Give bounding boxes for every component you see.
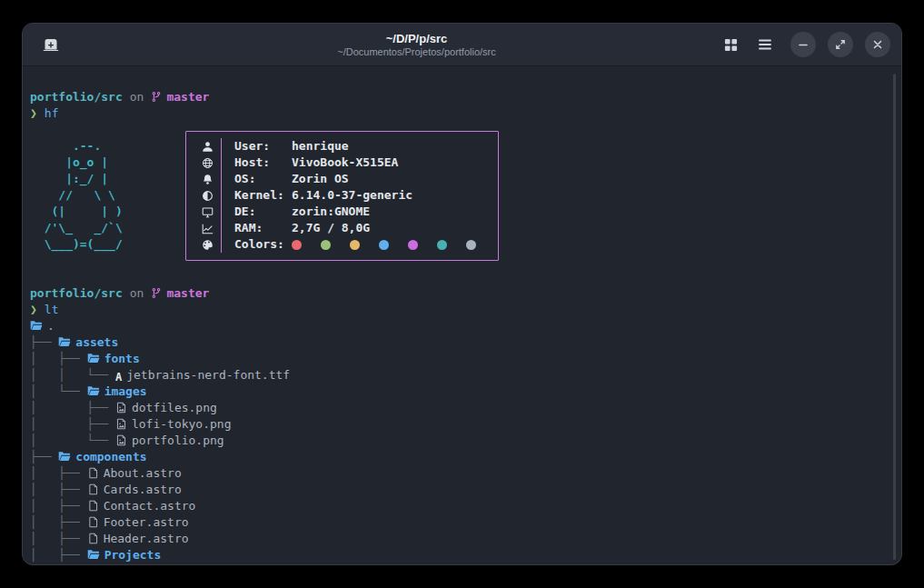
tab-overview-button[interactable]	[717, 31, 744, 58]
tree-connector: │ ├──	[30, 548, 87, 562]
tree-item-name: Projects	[104, 548, 162, 562]
fetch-label: DE:	[234, 204, 292, 220]
command-line-1: ❯hf	[30, 105, 894, 122]
new-tab-icon	[43, 37, 59, 53]
color-dot	[292, 240, 302, 250]
color-dot	[350, 240, 360, 250]
titlebar-controls	[717, 31, 890, 58]
window-title: ~/D/P/p/src	[132, 32, 701, 45]
tree-connector: │ ├──	[30, 352, 87, 365]
tree-item-name: Header.astro	[104, 532, 189, 545]
tree-item-name: components	[75, 450, 146, 463]
tree-row: ├── assets	[30, 334, 894, 351]
tree-row: │ └── images	[30, 384, 894, 400]
close-button[interactable]	[865, 32, 890, 57]
tree-connector: ├──	[30, 335, 58, 349]
kernel-icon	[194, 190, 221, 202]
tree-connector: ├──	[30, 450, 58, 463]
monitor-icon	[194, 206, 221, 218]
tree-item-name: Cards.astro	[104, 483, 182, 496]
tree-row: │ ├── Contact.astro	[30, 498, 894, 514]
tree-root-name: .	[47, 319, 55, 333]
prompt-path: portfolio/src	[30, 286, 123, 300]
user-icon	[194, 141, 221, 153]
menu-button[interactable]	[751, 31, 779, 58]
fetch-colors-row: Colors:	[194, 236, 498, 253]
tree-item-name: dotfiles.png	[132, 401, 217, 414]
tree-row: │ ├── Projects	[30, 547, 894, 563]
fetch-value: VivoBook-X515EA	[292, 154, 398, 171]
maximize-button[interactable]	[828, 32, 853, 57]
fetch-label: OS:	[234, 171, 292, 187]
prompt-on-text: on	[130, 286, 144, 300]
color-dot	[437, 240, 447, 250]
tree-connector: │ ├──	[30, 499, 87, 513]
new-tab-button[interactable]	[35, 30, 66, 59]
titlebar: ~/D/P/p/src ~/Documentos/Projetos/portfo…	[23, 24, 901, 66]
terminal-content[interactable]: portfolio/srconmaster ❯hf .--. |o_o | |:…	[23, 66, 901, 563]
command-text: hf	[45, 106, 59, 120]
window-subtitle: ~/Documentos/Projetos/portfolio/src	[132, 46, 701, 58]
minimize-button[interactable]	[790, 32, 816, 57]
tree-connector: │ ├──	[30, 515, 87, 529]
tree-item-name: portfolio.png	[132, 434, 224, 447]
fetch-row: Kernel:6.14.0-37-generic	[194, 187, 498, 204]
tree-item-name: fonts	[104, 352, 140, 365]
tree-item-name: jetbrains-nerd-font.ttf	[126, 368, 290, 382]
scrollbar-thumb[interactable]	[893, 74, 896, 560]
fetch-value: 6.14.0-37-generic	[292, 187, 412, 204]
menu-icon	[758, 38, 772, 51]
tree-item-name: About.astro	[104, 466, 182, 480]
color-dot	[379, 240, 389, 250]
tree-item-name: assets	[75, 335, 118, 349]
tree-connector: │ │ └──	[30, 368, 115, 382]
tree-row: │ │ └── Ajetbrains-nerd-font.ttf	[30, 367, 894, 384]
tree-connector: │ ├──	[30, 401, 115, 414]
fetch-label: Colors:	[234, 236, 292, 253]
fetch-label: Kernel:	[234, 187, 292, 204]
fetch-row: DE:zorin:GNOME	[194, 204, 498, 220]
fetch-row: User:henrique	[194, 138, 498, 154]
tree-row: │ ├── lofi-tokyo.png	[30, 416, 894, 433]
tree-item-name: Contact.astro	[104, 499, 196, 513]
fetch-label: Host:	[234, 154, 292, 171]
git-branch-icon	[151, 287, 162, 304]
prompt-branch: master	[166, 90, 209, 104]
maximize-icon	[835, 39, 846, 50]
tree-root-row: .	[30, 318, 894, 334]
tree-connector: │ ├──	[30, 532, 87, 545]
tree-connector: │ └──	[30, 384, 87, 398]
palette-icon	[194, 239, 221, 251]
folder-icon	[87, 549, 100, 565]
fetch-value: zorin:GNOME	[292, 204, 370, 220]
prompt-path: portfolio/src	[30, 90, 123, 104]
fetch-row: RAM:2,7G / 8,0G	[194, 220, 498, 236]
prompt-arrow: ❯	[30, 106, 37, 120]
ascii-art-tux: .--. |o_o | |:_/ | // \ \ (| | ) /'\_ _/…	[30, 138, 185, 253]
command-text: lt	[45, 303, 59, 316]
tree-row: │ ├── About.astro	[30, 465, 894, 482]
bell-icon	[194, 174, 221, 185]
tree-item-name: Footer.astro	[104, 515, 189, 529]
fetch-label: User:	[234, 138, 292, 154]
color-dot	[321, 240, 331, 250]
tree-item-name: images	[104, 384, 147, 398]
tree-row: │ ├── Cards.astro	[30, 482, 894, 498]
window-title-block: ~/D/P/p/src ~/Documentos/Projetos/portfo…	[132, 32, 701, 58]
fetch-row: OS:Zorin OS	[194, 171, 498, 187]
tree-row: │ ├── Header.astro	[30, 531, 894, 547]
tree-row: │ └── portfolio.png	[30, 433, 894, 449]
fetch-row: Host:VivoBook-X515EA	[194, 154, 498, 171]
fetch-value: henrique	[292, 138, 349, 154]
prompt-line-2: portfolio/srconmaster	[30, 285, 894, 302]
terminal-window: ~/D/P/p/src ~/Documentos/Projetos/portfo…	[22, 23, 902, 565]
globe-icon	[194, 157, 221, 169]
tree-row: ├── components	[30, 449, 894, 465]
fetch-value: 2,7G / 8,0G	[292, 220, 370, 236]
tree-row: │ ├── fonts	[30, 351, 894, 367]
tree-connector: │ ├──	[30, 483, 87, 496]
tree-row: │ ├── dotfiles.png	[30, 400, 894, 416]
chart-icon	[194, 223, 221, 234]
prompt-branch: master	[166, 286, 209, 300]
fetch-output: .--. |o_o | |:_/ | // \ \ (| | ) /'\_ _/…	[30, 138, 894, 253]
